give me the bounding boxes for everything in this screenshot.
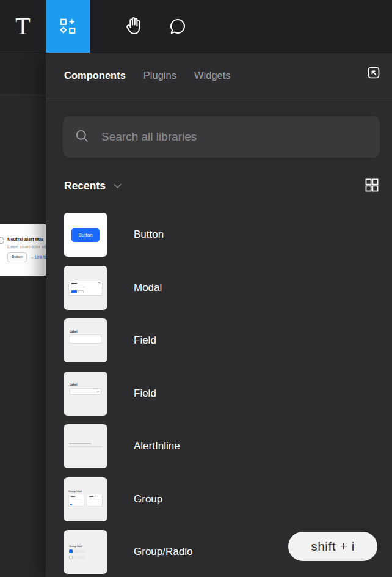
item-label: Field bbox=[134, 334, 156, 347]
comment-bubble-icon bbox=[168, 17, 187, 36]
toolbar: T bbox=[0, 0, 392, 53]
list-item-field-2[interactable]: Label Field bbox=[64, 372, 375, 416]
search-field[interactable] bbox=[63, 116, 380, 158]
tab-components[interactable]: Components bbox=[64, 70, 126, 81]
hand-icon bbox=[123, 16, 144, 37]
popout-panel-button[interactable] bbox=[366, 65, 382, 81]
modal-thumbnail bbox=[64, 266, 107, 310]
list-item-button[interactable]: Button Button bbox=[64, 213, 375, 257]
panel-tabs: Components Plugins Widgets bbox=[46, 53, 392, 98]
popout-arrow-icon bbox=[366, 65, 382, 83]
alertinline-thumbnail bbox=[64, 424, 107, 468]
thumb-input bbox=[70, 334, 101, 344]
recents-list: Button Button Modal Label Field bbox=[64, 213, 375, 574]
figma-app: Neutral alert title Lorem ipsum dolor am… bbox=[0, 0, 392, 577]
tab-plugins[interactable]: Plugins bbox=[143, 70, 176, 81]
tab-widgets[interactable]: Widgets bbox=[194, 70, 231, 81]
thumb-input bbox=[70, 388, 101, 395]
text-tool-button[interactable]: T bbox=[0, 0, 46, 53]
assets-tool-button[interactable] bbox=[46, 0, 90, 53]
recents-title: Recents bbox=[64, 180, 106, 193]
item-label: Group bbox=[134, 493, 162, 505]
grid-view-button[interactable] bbox=[364, 177, 380, 195]
text-tool-icon: T bbox=[15, 14, 30, 39]
item-label: Modal bbox=[134, 282, 162, 294]
components-panel: Components Plugins Widgets bbox=[46, 53, 392, 577]
shortcut-hint-badge: shift + i bbox=[288, 532, 377, 561]
thumb-modal-card bbox=[69, 281, 102, 295]
recents-header: Recents bbox=[46, 177, 392, 195]
group-radio-thumbnail: Group label bbox=[64, 530, 107, 574]
button-thumbnail: Button bbox=[64, 213, 107, 257]
comment-tool-button[interactable] bbox=[156, 0, 200, 53]
list-item-modal[interactable]: Modal bbox=[64, 266, 375, 310]
item-label: AlertInline bbox=[134, 440, 180, 452]
assets-icon bbox=[58, 17, 78, 36]
hand-tool-button[interactable] bbox=[112, 0, 156, 53]
search-input[interactable] bbox=[100, 130, 369, 144]
recents-dropdown[interactable]: Recents bbox=[64, 180, 122, 193]
thumb-button: Button bbox=[71, 228, 100, 242]
info-circle-icon bbox=[0, 237, 4, 244]
field-thumbnail: Label bbox=[64, 318, 107, 362]
field-thumbnail: Label bbox=[64, 372, 107, 416]
list-item-field-1[interactable]: Label Field bbox=[64, 318, 375, 362]
chevron-down-icon bbox=[114, 182, 122, 191]
list-item-alertinline[interactable]: AlertInline bbox=[64, 424, 375, 468]
alert-button: Button bbox=[7, 252, 27, 262]
alert-title: Neutral alert title bbox=[7, 237, 43, 242]
group-thumbnail: Group label bbox=[64, 477, 107, 521]
search-icon bbox=[74, 128, 100, 147]
list-item-group[interactable]: Group label Group bbox=[64, 477, 375, 521]
grid-view-icon bbox=[364, 177, 380, 195]
item-label: Button bbox=[134, 229, 164, 241]
item-label: Field bbox=[134, 388, 156, 400]
item-label: Group/Radio bbox=[134, 546, 192, 558]
